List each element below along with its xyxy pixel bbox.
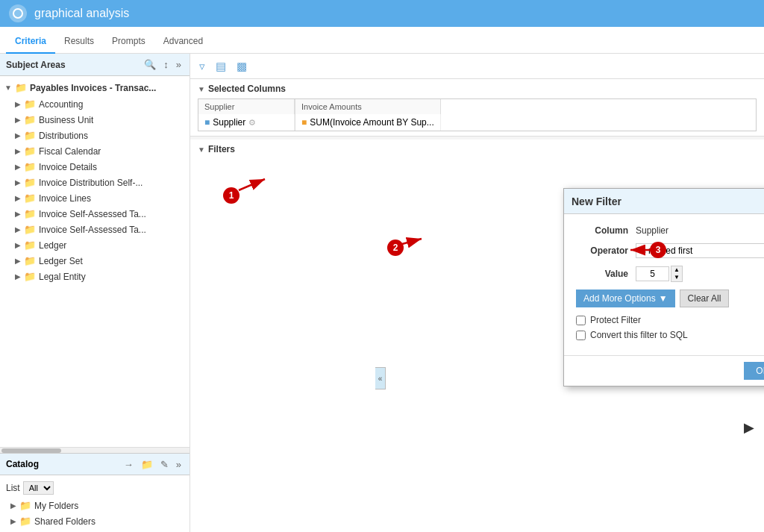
tree-arrow-icon: ▶ [15, 131, 21, 140]
app-header: graphical analysis [0, 0, 764, 27]
folder-icon: 📁 [19, 516, 31, 527]
sidebar: Subject Areas 🔍 ↕ » ▼ 📁 Payables Invoice… [0, 54, 190, 532]
sidebar-item-invoice-self2[interactable]: ▶ 📁 Invoice Self-Assessed Ta... [0, 222, 190, 237]
sidebar-scrollbar[interactable] [0, 447, 190, 453]
sidebar-item-legal-entity[interactable]: ▶ 📁 Legal Entity [0, 269, 190, 284]
convert-sql-row: Convert this filter to SQL [576, 330, 764, 340]
spin-up-button[interactable]: ▲ [671, 266, 682, 274]
tree-arrow-icon: ▶ [15, 210, 21, 218]
dialog-column-label: Column [576, 225, 628, 236]
convert-sql-label: Convert this filter to SQL [590, 330, 688, 340]
tree-label: Shared Folders [34, 516, 96, 527]
operator-select-wrapper: is ranked first is ranked last is in top… [636, 243, 764, 258]
catalog-list: List All ▶ 📁 My Folders ▶ 📁 Shared Folde… [0, 475, 190, 532]
folder-icon: 📁 [24, 114, 36, 125]
tree-label: My Folders [34, 501, 78, 511]
sidebar-item-ledger[interactable]: ▶ 📁 Ledger [0, 237, 190, 253]
catalog-header-icons: → 📁 ✎ » [122, 458, 184, 471]
tree-label: Invoice Lines [39, 193, 91, 204]
tree-label: Distributions [39, 131, 88, 141]
sidebar-item-invoice-lines[interactable]: ▶ 📁 Invoice Lines [0, 190, 190, 206]
folder-icon: 📁 [24, 98, 36, 110]
dialog-value-label: Value [576, 269, 628, 279]
new-filter-dialog: New Filter ? ✕ Column Supplier fx [563, 188, 764, 387]
tab-prompts[interactable]: Prompts [103, 30, 154, 54]
catalog-title: Catalog [6, 459, 39, 469]
sidebar-item-business-unit[interactable]: ▶ 📁 Business Unit [0, 112, 190, 128]
tree-root[interactable]: ▼ 📁 Payables Invoices - Transac... [0, 79, 190, 96]
value-number-input[interactable] [636, 266, 669, 281]
catalog-expand-icon[interactable]: » [174, 458, 184, 471]
catalog-header: Catalog → 📁 ✎ » [0, 453, 190, 475]
tree-label: Fiscal Calendar [39, 146, 101, 157]
folder-icon: 📁 [24, 208, 36, 219]
tree-arrow-icon: ▶ [15, 178, 21, 187]
dialog-backdrop: New Filter ? ✕ Column Supplier fx [190, 54, 764, 532]
catalog-item-shared-folders[interactable]: ▶ 📁 Shared Folders [0, 513, 190, 529]
content-area: ▿ ▤ ▩ ▼ Selected Columns Supplier ■ Supp… [190, 54, 764, 532]
expand-icon[interactable]: » [174, 58, 184, 71]
catalog-add-icon[interactable]: 📁 [139, 458, 155, 471]
tree-arrow-icon: ▶ [15, 163, 21, 171]
sidebar-item-invoice-dist-self[interactable]: ▶ 📁 Invoice Distribution Self-... [0, 175, 190, 190]
tab-advanced[interactable]: Advanced [154, 30, 212, 54]
dialog-header: New Filter ? ✕ [564, 189, 764, 214]
dialog-body: Column Supplier fx Operator is ranked fi… [564, 214, 764, 355]
sidebar-item-accounting[interactable]: ▶ 📁 Accounting [0, 96, 190, 112]
catalog-nav-icon[interactable]: → [122, 458, 136, 471]
sidebar-item-fiscal-calendar[interactable]: ▶ 📁 Fiscal Calendar [0, 143, 190, 159]
subject-areas-header: Subject Areas 🔍 ↕ » [0, 54, 190, 76]
folder-icon: 📁 [24, 161, 36, 172]
convert-sql-checkbox[interactable] [576, 331, 586, 340]
list-filter: List All [0, 478, 190, 498]
tab-results[interactable]: Results [55, 30, 103, 54]
dialog-value-row: Value ▲ ▼ [576, 266, 764, 282]
sidebar-item-invoice-self1[interactable]: ▶ 📁 Invoice Self-Assessed Ta... [0, 206, 190, 222]
clear-all-button[interactable]: Clear All [680, 290, 730, 307]
tree-arrow-icon: ▶ [15, 100, 21, 108]
ok-button[interactable]: OK [744, 362, 764, 380]
subject-areas-title: Subject Areas [6, 60, 66, 70]
operator-select[interactable]: is ranked first is ranked last is in top… [636, 243, 764, 258]
protect-filter-checkbox[interactable] [576, 316, 586, 325]
sidebar-item-distributions[interactable]: ▶ 📁 Distributions [0, 128, 190, 143]
tree-arrow-icon: ▶ [15, 257, 21, 265]
search-icon[interactable]: 🔍 [142, 58, 158, 71]
tree-label: Legal Entity [39, 272, 86, 282]
tree-arrow-icon: ▶ [15, 194, 21, 202]
add-more-label: Add More Options [583, 293, 656, 304]
catalog-item-my-folders[interactable]: ▶ 📁 My Folders [0, 498, 190, 513]
main-content: Subject Areas 🔍 ↕ » ▼ 📁 Payables Invoice… [0, 54, 764, 532]
add-more-options-button[interactable]: Add More Options ▼ [576, 290, 675, 307]
catalog-edit-icon[interactable]: ✎ [158, 458, 171, 471]
list-filter-select[interactable]: All [23, 481, 54, 495]
folder-icon: 📁 [24, 130, 36, 141]
tree-arrow-icon: ▶ [15, 147, 21, 155]
tree-arrow-icon: ▶ [15, 116, 21, 124]
tree-arrow-icon: ▶ [15, 225, 21, 234]
scrollbar-thumb [1, 448, 61, 453]
root-arrow-icon: ▼ [4, 84, 12, 92]
list-filter-label: List [6, 483, 20, 493]
tree-label: Invoice Details [39, 162, 97, 172]
tree-label: Accounting [39, 99, 83, 110]
tree-label: Ledger Set [39, 256, 83, 266]
root-folder-icon: 📁 [15, 82, 27, 93]
app-title: graphical analysis [34, 7, 129, 20]
folder-icon: 📁 [19, 500, 31, 511]
sidebar-item-ledger-set[interactable]: ▶ 📁 Ledger Set [0, 253, 190, 269]
tab-criteria[interactable]: Criteria [6, 30, 55, 54]
sort-icon[interactable]: ↕ [161, 58, 171, 71]
tab-bar: Criteria Results Prompts Advanced [0, 27, 764, 54]
folder-icon: 📁 [24, 177, 36, 188]
sidebar-header-icons: 🔍 ↕ » [142, 58, 184, 71]
tree-arrow-icon: ▶ [15, 272, 21, 281]
tree-arrow-icon: ▶ [15, 241, 21, 249]
tree-label: Invoice Distribution Self-... [39, 178, 143, 188]
spin-down-button[interactable]: ▼ [671, 274, 682, 281]
folder-icon: 📁 [24, 240, 36, 251]
folder-icon: 📁 [24, 271, 36, 282]
app-logo [9, 4, 27, 22]
sidebar-item-invoice-details[interactable]: ▶ 📁 Invoice Details [0, 159, 190, 175]
dialog-operator-row: Operator is ranked first is ranked last … [576, 243, 764, 258]
